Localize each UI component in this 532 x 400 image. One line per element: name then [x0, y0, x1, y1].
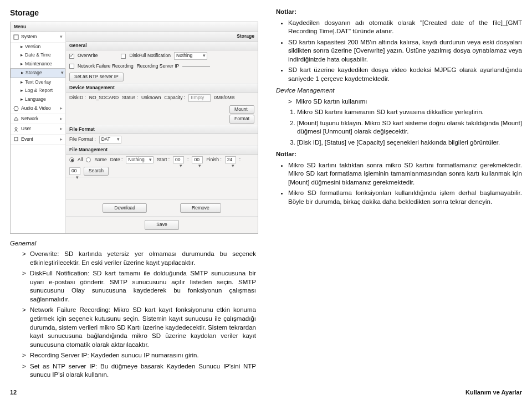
title-storage: Storage: [10, 8, 256, 18]
svg-rect-0: [14, 35, 18, 39]
pane-tab-storage: Storage: [66, 32, 258, 41]
capacity-label: Capacity :: [164, 95, 185, 101]
save-button[interactable]: Save: [145, 220, 178, 229]
start-label: Start :: [157, 157, 170, 163]
network-icon: [13, 116, 19, 121]
pane-fileformat-head: File Format: [66, 125, 258, 134]
side-event[interactable]: Event▸: [11, 135, 65, 145]
list-item: SD kartın kapasitesi 200 MB'ın altında k…: [288, 38, 522, 64]
finish-m[interactable]: 00: [69, 167, 80, 175]
screenshot-storage: Menu System ▾ ▸Version ▸Date & Time ▸Mai…: [10, 22, 258, 234]
heading-notes-2: Notlar:: [276, 150, 522, 159]
diskfull-select[interactable]: Nothing: [174, 52, 207, 59]
overwrite-checkbox[interactable]: [69, 54, 74, 59]
format-button[interactable]: Format: [229, 115, 254, 123]
svg-rect-3: [14, 137, 18, 141]
side-datetime[interactable]: ▸Date & Time: [11, 51, 65, 59]
page-number: 12: [10, 388, 17, 397]
download-button[interactable]: Download: [103, 203, 147, 213]
pane-general-head: General: [66, 42, 258, 50]
side-language[interactable]: ▸Language: [11, 95, 65, 104]
system-icon: [13, 34, 19, 40]
side-storage[interactable]: ▸Storage: [11, 68, 65, 78]
overwrite-label: Overwrite: [78, 53, 98, 59]
side-system[interactable]: System ▾: [11, 32, 65, 42]
netfail-label: Network Failure Recording: [78, 63, 134, 69]
chevron-down-icon: ▾: [60, 34, 63, 40]
list-item: Mikro SD kartını taktıktan sonra mikro S…: [288, 161, 522, 187]
list-item: [Disk ID], [Status] ve [Capacity] seçene…: [297, 139, 522, 147]
capacity-field: Empty: [188, 94, 211, 101]
search-button[interactable]: Search: [84, 167, 109, 175]
event-icon: [13, 136, 19, 142]
mount-button[interactable]: Mount: [229, 105, 254, 114]
sd-steps: Mikro SD kartını kameranın SD kart yuvas…: [276, 108, 522, 147]
list-item: Recording Server IP: Kaydeden sunucu IP …: [22, 351, 256, 360]
date-label: Date :: [110, 157, 123, 163]
user-icon: [13, 126, 19, 132]
pane-storage: Storage General Overwrite DiskFull Notif…: [66, 32, 258, 233]
recserver-label: Recording Server IP: [137, 63, 180, 69]
audio-icon: [13, 106, 19, 111]
heading-devmgmt: Device Management: [276, 86, 522, 95]
fileformat-select[interactable]: DAT: [99, 136, 121, 143]
all-radio[interactable]: [69, 157, 74, 162]
list-item: [Mount] tuşunu tıklayın. Mikro SD kart s…: [297, 119, 522, 136]
fileformat-label: File Format :: [69, 136, 96, 142]
list-item: Mikro SD formatlama fonksiyonları kullan…: [288, 189, 522, 206]
notes-list-1: Kaydedilen dosyanın adı otomatik olarak …: [276, 19, 522, 84]
recserver-input[interactable]: [182, 66, 210, 67]
menu-bar: Menu: [11, 22, 258, 32]
date-select[interactable]: Nothing: [126, 156, 154, 163]
status-label: Status :: [122, 95, 138, 101]
pane-devmgmt-head: Device Management: [66, 84, 258, 93]
diskfull-checkbox[interactable]: [121, 54, 126, 59]
finish-h[interactable]: 24: [225, 156, 236, 163]
some-radio[interactable]: [86, 157, 91, 162]
start-h[interactable]: 00: [173, 156, 184, 163]
list-item: Mikro SD kartın kullanımı: [288, 98, 522, 106]
list-item: Overwrite: SD kartında yetersiz yer olma…: [22, 250, 256, 267]
diskid-label: DiskID :: [69, 95, 86, 101]
list-item: Set as NTP server IP: Bu düğmeye basarak…: [22, 362, 256, 380]
side-network[interactable]: Network▸: [11, 114, 65, 124]
heading-notes: Notlar:: [276, 8, 522, 17]
remove-button[interactable]: Remove: [180, 203, 221, 213]
side-tree: System ▾ ▸Version ▸Date & Time ▸Maintena…: [11, 32, 66, 233]
side-version[interactable]: ▸Version: [11, 43, 65, 51]
ntp-button[interactable]: Set as NTP server IP: [69, 73, 124, 81]
devmgmt-list: Mikro SD kartın kullanımı: [276, 98, 522, 106]
notes-list-2: Mikro SD kartını taktıktan sonra mikro S…: [276, 161, 522, 207]
start-m[interactable]: 00: [192, 156, 203, 163]
general-list: Overwrite: SD kartında yetersiz yer olma…: [10, 250, 256, 379]
side-audiovideo[interactable]: Audio & Video▸: [11, 104, 65, 114]
list-item: Kaydedilen dosyanın adı otomatik olarak …: [288, 19, 522, 36]
side-maintenance[interactable]: ▸Maintenance: [11, 60, 65, 68]
side-textoverlay[interactable]: ▸Text Overlay: [11, 78, 65, 86]
heading-genernal: Genernal: [10, 239, 256, 248]
finish-label: Finish :: [206, 157, 221, 163]
all-label: All: [78, 157, 83, 163]
some-label: Some: [94, 157, 106, 163]
diskfull-label: DiskFull Notification: [129, 53, 171, 59]
status-value: Unknown: [141, 95, 161, 101]
side-user[interactable]: User▸: [11, 124, 65, 134]
list-item: DiskFull Notification: SD kart tamamı il…: [22, 269, 256, 304]
side-logreport[interactable]: ▸Log & Report: [11, 86, 65, 95]
pane-filemgmt-head: File Management: [66, 146, 258, 155]
diskid-value: NO_SDCARD: [89, 95, 119, 101]
svg-point-2: [15, 127, 17, 130]
side-label: System: [21, 34, 37, 40]
list-item: SD kart üzerine kaydedilen dosya video k…: [288, 66, 522, 83]
netfail-checkbox[interactable]: [69, 64, 74, 69]
svg-point-1: [14, 106, 18, 111]
capacity-unit: 0MB/0MB: [214, 95, 234, 101]
page-footer-right: Kullanım ve Ayarlar: [466, 388, 522, 397]
list-item: Mikro SD kartını kameranın SD kart yuvas…: [297, 108, 522, 117]
list-item: Network Failure Recording: Mikro SD kart…: [22, 306, 256, 349]
